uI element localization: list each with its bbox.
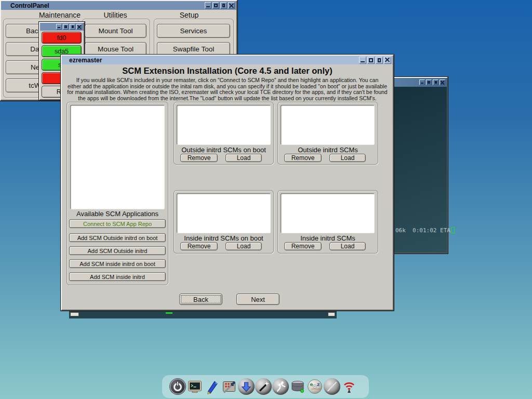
wireless-network-icon[interactable] — [341, 378, 357, 395]
run-exit-icon[interactable] — [272, 378, 289, 395]
controlpanel-titlebar[interactable]: ControlPanel — [1, 1, 236, 10]
load-button[interactable]: Load — [329, 154, 366, 162]
terminal-titlebar[interactable] — [394, 78, 447, 87]
mouse-tool-button[interactable]: Mouse Tool — [85, 42, 147, 56]
load-button[interactable]: Load — [225, 154, 262, 162]
minimize-icon[interactable] — [56, 24, 62, 30]
ezremaster-window: ezremaster SCM Extension Installation (C… — [61, 55, 394, 311]
apps-download-icon[interactable] — [238, 378, 255, 395]
page-title: SCM Extension Installation (Core 4.5 and… — [62, 66, 393, 76]
remove-button[interactable]: Remove — [180, 242, 218, 250]
terminal-icon[interactable] — [187, 378, 203, 395]
svg-text:z: z — [317, 382, 320, 387]
shade-icon[interactable] — [433, 79, 438, 85]
minimize-icon[interactable] — [419, 79, 425, 85]
add-scm-inside-initrd-on-boot-button[interactable]: Add SCM inside initrd on boot — [69, 259, 166, 268]
control-panel-icon[interactable] — [221, 378, 237, 395]
shade-icon[interactable] — [220, 2, 227, 9]
add-scm-inside-initrd-button[interactable]: Add SCM inside initrd — [69, 272, 166, 281]
outside-initrd-on-boot-panel: Outside initrd SCMs on boot Remove Load — [174, 102, 274, 165]
back-button[interactable]: Back — [179, 294, 222, 305]
minimize-icon[interactable] — [205, 2, 211, 9]
shade-icon[interactable] — [376, 57, 383, 64]
available-scm-group: Available SCM Applications Connect to SC… — [66, 102, 168, 285]
power-icon[interactable] — [169, 378, 186, 395]
minimize-icon[interactable] — [359, 57, 366, 64]
outside-initrd-list[interactable] — [281, 105, 375, 145]
blocked-sphere-icon[interactable] — [324, 378, 340, 395]
panel-label: Outside initrd SCMs on boot — [174, 146, 273, 154]
panel-label: Outside initrd SCMs — [278, 146, 378, 154]
background-terminal-edge — [69, 311, 337, 318]
close-icon[interactable] — [228, 2, 235, 9]
device-fd0-button[interactable]: fd0 — [42, 32, 82, 44]
remove-button[interactable]: Remove — [284, 154, 322, 162]
shade-icon[interactable] — [70, 24, 75, 30]
available-scm-label: Available SCM Applications — [67, 210, 168, 218]
text-editor-pen-icon[interactable] — [204, 378, 220, 395]
resize-handle[interactable] — [70, 312, 79, 316]
resize-handle[interactable] — [328, 312, 335, 316]
inside-initrd-on-boot-list[interactable] — [177, 193, 271, 233]
download-progress-text: 06k 0:01:02 ETA — [395, 227, 450, 234]
close-icon[interactable] — [440, 79, 445, 85]
outside-initrd-panel: Outside initrd SCMs Remove Load — [277, 102, 378, 165]
terminal-window: 06k 0:01:02 ETA — [393, 77, 448, 254]
maximize-icon[interactable] — [212, 2, 219, 9]
outside-initrd-on-boot-list[interactable] — [177, 105, 271, 145]
swapfile-tool-button[interactable]: Swapfile Tool — [157, 42, 230, 56]
terminal-cursor — [451, 227, 455, 233]
panel-label: Inside initrd SCMs — [278, 234, 378, 242]
inside-initrd-list[interactable] — [281, 193, 375, 233]
column-header-utilities: Utilities — [103, 11, 127, 19]
panel-label: Inside initrd SCMs on boot — [174, 234, 273, 242]
maximize-icon[interactable] — [426, 79, 432, 85]
maximize-icon[interactable] — [63, 24, 69, 30]
add-scm-outside-initrd-button[interactable]: Add SCM Outside initrd — [69, 246, 166, 255]
add-scm-outside-initrd-on-boot-button[interactable]: Add SCM Outside initrd on boot — [69, 233, 166, 242]
next-button[interactable]: Next — [236, 294, 280, 305]
mounttool-titlebar[interactable] — [40, 23, 84, 31]
connect-scm-repo-button[interactable]: Connect to SCM App Repo — [69, 219, 166, 228]
mount-tool-button[interactable]: Mount Tool — [85, 24, 147, 38]
svg-text:remaster: remaster — [311, 388, 321, 390]
remove-button[interactable]: Remove — [284, 242, 322, 250]
ezremaster-cd-icon[interactable]: ezremaster — [307, 378, 323, 395]
inside-initrd-panel: Inside initrd SCMs Remove Load — [277, 190, 378, 254]
description-text: If you would like SCM's included in your… — [66, 77, 389, 101]
mount-drives-icon[interactable] — [289, 378, 306, 395]
inside-initrd-on-boot-panel: Inside initrd SCMs on boot Remove Load — [174, 190, 274, 254]
ezremaster-title: ezremaster — [69, 57, 102, 64]
services-button[interactable]: Services — [157, 24, 230, 38]
terminal-green-cursor — [166, 312, 172, 314]
remove-button[interactable]: Remove — [180, 154, 218, 162]
svg-text:e: e — [310, 382, 313, 387]
controlpanel-title: ControlPanel — [10, 2, 49, 9]
terminal-screen[interactable]: 06k 0:01:02 ETA — [394, 87, 447, 252]
available-scm-list[interactable] — [70, 105, 165, 209]
setup-wizard-icon[interactable] — [255, 378, 272, 395]
close-icon[interactable] — [76, 24, 82, 30]
load-button[interactable]: Load — [225, 242, 262, 250]
dock-bar: ezremaster — [162, 375, 369, 398]
maximize-icon[interactable] — [367, 57, 375, 64]
close-icon[interactable] — [384, 57, 391, 64]
column-header-setup: Setup — [180, 11, 199, 19]
ezremaster-titlebar[interactable]: ezremaster — [62, 56, 393, 64]
load-button[interactable]: Load — [329, 242, 366, 250]
column-header-maintenance: Maintenance — [39, 11, 81, 19]
